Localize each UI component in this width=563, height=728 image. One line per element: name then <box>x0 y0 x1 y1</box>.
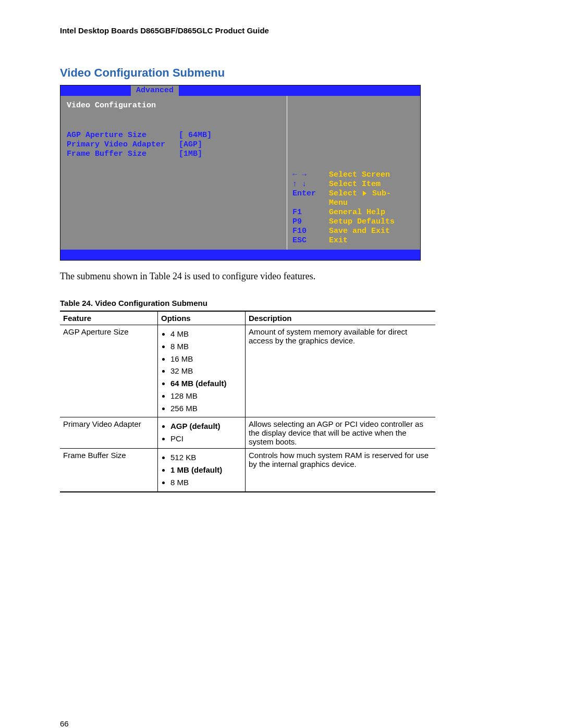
bios-screen: Advanced Video Configuration AGP Apertur… <box>60 85 421 261</box>
table-row: Primary Video AdapterAGP (default)PCIAll… <box>60 417 435 449</box>
bios-help-key <box>292 199 329 208</box>
table-title: Table 24. Video Configuration Submenu <box>60 299 503 307</box>
bios-help-key: ← → <box>292 170 329 180</box>
bios-setting-value: [ 64MB] <box>179 131 283 140</box>
bios-help-row: EnterSelect Sub- <box>292 189 415 199</box>
bios-help-row: F10Save and Exit <box>292 227 415 236</box>
bios-help-action: Exit <box>329 236 415 245</box>
triangle-right-icon <box>363 191 366 196</box>
cell-feature: AGP Aperture Size <box>60 325 158 417</box>
bios-help-action: General Help <box>329 208 415 217</box>
bios-setting-label: AGP Aperture Size <box>67 131 179 140</box>
bios-help-key: ESC <box>292 236 329 245</box>
bios-setting-value: [AGP] <box>179 140 283 150</box>
bios-help-row: ESCExit <box>292 236 415 245</box>
bios-setting-value: [1MB] <box>179 150 283 159</box>
list-item: 4 MB <box>170 328 242 340</box>
cell-options: 4 MB8 MB16 MB32 MB64 MB (default)128 MB2… <box>158 325 246 417</box>
section-title: Video Configuration Submenu <box>60 66 503 80</box>
bios-help-action: Setup Defaults <box>329 217 415 227</box>
col-description: Description <box>246 311 436 325</box>
bios-help-action: Select Item <box>329 180 415 189</box>
caption-text: The submenu shown in Table 24 is used to… <box>60 270 503 283</box>
cell-description: Allows selecting an AGP or PCI video con… <box>246 417 436 449</box>
bios-help-row: P9Setup Defaults <box>292 217 415 227</box>
list-item: 8 MB <box>170 341 242 352</box>
cell-description: Controls how much system RAM is reserved… <box>246 449 436 492</box>
bios-help-action: Select Screen <box>329 170 415 180</box>
bios-help-row: ↑ ↓Select Item <box>292 180 415 189</box>
list-item: 32 MB <box>170 365 242 377</box>
bios-help-key: ↑ ↓ <box>292 180 329 189</box>
col-options: Options <box>158 311 246 325</box>
list-item: 512 KB <box>170 452 242 463</box>
bios-bottombar <box>60 250 420 260</box>
bios-help-row: F1General Help <box>292 208 415 217</box>
cell-description: Amount of system memory available for di… <box>246 325 436 417</box>
table-row: Frame Buffer Size512 KB1 MB (default)8 M… <box>60 449 435 492</box>
cell-options: 512 KB1 MB (default)8 MB <box>158 449 246 492</box>
bios-help-key: F1 <box>292 208 329 217</box>
col-feature: Feature <box>60 311 158 325</box>
bios-setting-row[interactable]: Frame Buffer Size[1MB] <box>67 150 283 159</box>
list-item: 64 MB (default) <box>170 378 242 389</box>
bios-setting-label: Frame Buffer Size <box>67 150 179 159</box>
bios-submenu-title: Video Configuration <box>67 101 283 110</box>
bios-setting-label: Primary Video Adapter <box>67 140 179 150</box>
bios-help-row: ← →Select Screen <box>292 170 415 180</box>
bios-help-action: Save and Exit <box>329 227 415 236</box>
list-item: 256 MB <box>170 403 242 414</box>
bios-help-key: Enter <box>292 189 329 199</box>
config-table: Feature Options Description AGP Aperture… <box>60 311 435 492</box>
table-row: AGP Aperture Size4 MB8 MB16 MB32 MB64 MB… <box>60 325 435 417</box>
list-item: 8 MB <box>170 477 242 488</box>
list-item: 128 MB <box>170 390 242 402</box>
list-item: 16 MB <box>170 353 242 365</box>
bios-tabbar: Advanced <box>60 85 420 96</box>
bios-help-pane: ← →Select Screen↑ ↓Select ItemEnterSelec… <box>287 96 420 250</box>
list-item: 1 MB (default) <box>170 464 242 476</box>
bios-help-row: Menu <box>292 199 415 208</box>
cell-feature: Frame Buffer Size <box>60 449 158 492</box>
cell-options: AGP (default)PCI <box>158 417 246 449</box>
list-item: AGP (default) <box>170 421 242 432</box>
doc-header: Intel Desktop Boards D865GBF/D865GLC Pro… <box>60 26 503 35</box>
list-item: PCI <box>170 433 242 445</box>
bios-setting-row[interactable]: Primary Video Adapter[AGP] <box>67 140 283 150</box>
bios-active-tab[interactable]: Advanced <box>131 85 179 96</box>
bios-help-key: P9 <box>292 217 329 227</box>
bios-help-action: Menu <box>329 199 415 208</box>
bios-settings-pane: Video Configuration AGP Aperture Size[ 6… <box>60 96 287 250</box>
page-number: 66 <box>60 719 69 728</box>
bios-help-action: Select Sub- <box>329 189 415 199</box>
cell-feature: Primary Video Adapter <box>60 417 158 449</box>
bios-help-key: F10 <box>292 227 329 236</box>
bios-setting-row[interactable]: AGP Aperture Size[ 64MB] <box>67 131 283 140</box>
